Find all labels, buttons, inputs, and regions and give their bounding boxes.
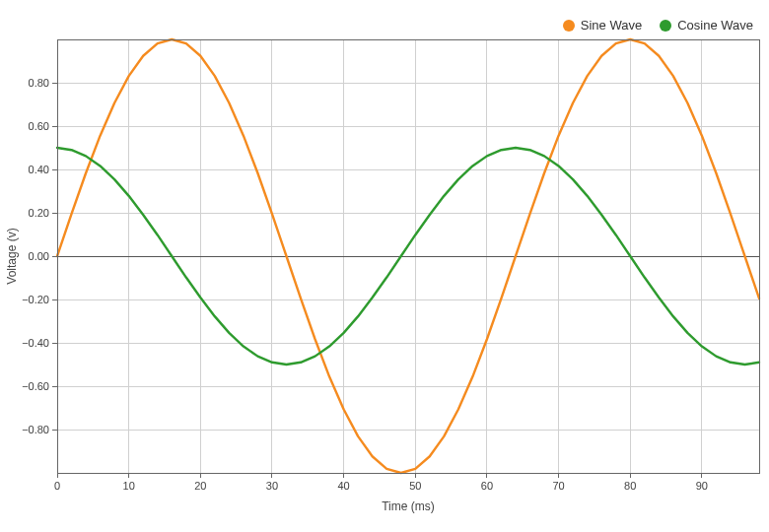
svg-text:70: 70 <box>552 480 564 492</box>
svg-text:−0.60: −0.60 <box>22 380 49 392</box>
chart-svg: 0102030405060708090−0.80−0.60−0.40−0.200… <box>0 0 769 532</box>
svg-text:0.20: 0.20 <box>29 207 49 219</box>
svg-text:20: 20 <box>194 480 206 492</box>
svg-text:40: 40 <box>337 480 349 492</box>
svg-text:−0.20: −0.20 <box>22 294 49 305</box>
y-axis-label: Voltage (v) <box>5 228 19 284</box>
svg-text:−0.80: −0.80 <box>22 424 49 435</box>
svg-text:−0.40: −0.40 <box>22 337 49 349</box>
y-axis-ticks: −0.80−0.60−0.40−0.200.000.200.400.600.80 <box>22 77 57 435</box>
svg-text:30: 30 <box>266 480 278 492</box>
svg-text:90: 90 <box>696 480 708 492</box>
svg-text:0.60: 0.60 <box>29 120 49 132</box>
svg-text:0: 0 <box>54 480 60 492</box>
svg-text:50: 50 <box>409 480 421 492</box>
chart-container: Sine Wave Cosine Wave 010203040506070809… <box>0 0 769 532</box>
svg-text:0.80: 0.80 <box>29 77 49 89</box>
x-axis-label: Time (ms) <box>382 499 435 513</box>
svg-text:0.00: 0.00 <box>29 250 49 262</box>
x-axis-ticks: 0102030405060708090 <box>54 473 708 492</box>
svg-text:60: 60 <box>481 480 493 492</box>
svg-text:10: 10 <box>123 480 135 492</box>
svg-text:0.40: 0.40 <box>29 164 49 175</box>
svg-text:80: 80 <box>624 480 636 492</box>
